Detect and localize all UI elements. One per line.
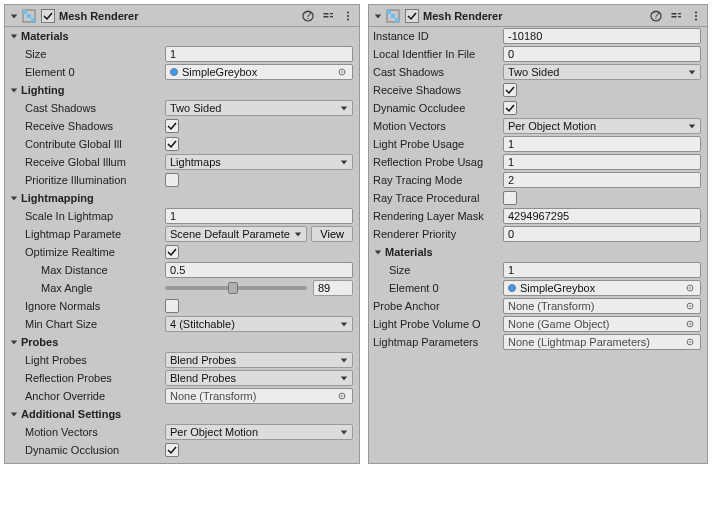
section-materials[interactable]: Materials: [5, 27, 359, 45]
section-probes[interactable]: Probes: [5, 333, 359, 351]
row-dynamic-occludee: Dynamic Occludee: [369, 99, 707, 117]
size-input[interactable]: 1: [503, 262, 701, 278]
lightmap-params-dropdown[interactable]: Scene Default Paramete: [165, 226, 307, 242]
motion-vectors-dropdown[interactable]: Per Object Motion: [165, 424, 353, 440]
menu-icon[interactable]: [689, 9, 703, 23]
row-local-id: Local Identfier In File 0: [369, 45, 707, 63]
row-size: Size 1: [5, 45, 359, 63]
object-picker-icon[interactable]: [684, 318, 696, 330]
row-probe-anchor: Probe Anchor None (Transform): [369, 297, 707, 315]
row-lightmap-params-r: Lightmap Parameters None (Lightmap Param…: [369, 333, 707, 351]
row-light-probe-volume: Light Probe Volume O None (Game Object): [369, 315, 707, 333]
size-input[interactable]: 1: [165, 46, 353, 62]
dynamic-occlusion-checkbox[interactable]: [165, 443, 179, 457]
max-distance-input[interactable]: 0.5: [165, 262, 353, 278]
row-rendering-layer-mask: Rendering Layer Mask 4294967295: [369, 207, 707, 225]
inspector-panel-right: Mesh Renderer Instance ID -10180 Local I…: [368, 4, 708, 464]
object-picker-icon[interactable]: [684, 336, 696, 348]
object-picker-icon[interactable]: [336, 66, 348, 78]
optimize-checkbox[interactable]: [165, 245, 179, 259]
enable-checkbox[interactable]: [41, 9, 55, 23]
row-scale-lightmap: Scale In Lightmap 1: [5, 207, 359, 225]
receive-shadows-checkbox[interactable]: [503, 83, 517, 97]
foldout-icon[interactable]: [373, 11, 383, 21]
row-contribute-gi: Contribute Global Ill: [5, 135, 359, 153]
scale-input[interactable]: 1: [165, 208, 353, 224]
row-element0-r: Element 0 SimpleGreybox: [369, 279, 707, 297]
menu-icon[interactable]: [341, 9, 355, 23]
row-reflection-probe-usage: Reflection Probe Usag 1: [369, 153, 707, 171]
ray-trace-procedural-checkbox[interactable]: [503, 191, 517, 205]
dynamic-occludee-checkbox[interactable]: [503, 101, 517, 115]
material-dot-icon: [170, 68, 178, 76]
light-probe-volume-field[interactable]: None (Game Object): [503, 316, 701, 332]
object-picker-icon[interactable]: [336, 390, 348, 402]
anchor-override-field[interactable]: None (Transform): [165, 388, 353, 404]
component-header: Mesh Renderer: [5, 5, 359, 27]
row-size-r: Size 1: [369, 261, 707, 279]
row-receive-shadows: Receive Shadows: [5, 117, 359, 135]
element0-field[interactable]: SimpleGreybox: [165, 64, 353, 80]
max-angle-slider[interactable]: 89: [165, 280, 353, 296]
lightmap-params-field[interactable]: None (Lightmap Parameters): [503, 334, 701, 350]
max-angle-value[interactable]: 89: [313, 280, 353, 296]
preset-icon[interactable]: [321, 9, 335, 23]
local-id-input[interactable]: 0: [503, 46, 701, 62]
chevron-down-icon: [340, 102, 348, 114]
view-button[interactable]: View: [311, 226, 353, 242]
object-picker-icon[interactable]: [684, 282, 696, 294]
row-reflection-probes: Reflection Probes Blend Probes: [5, 369, 359, 387]
section-lightmapping[interactable]: Lightmapping: [5, 189, 359, 207]
element0-field[interactable]: SimpleGreybox: [503, 280, 701, 296]
row-receive-gi: Receive Global Illum Lightmaps: [5, 153, 359, 171]
row-instance-id: Instance ID -10180: [369, 27, 707, 45]
enable-checkbox[interactable]: [405, 9, 419, 23]
foldout-icon[interactable]: [9, 11, 19, 21]
row-max-angle: Max Angle 89: [5, 279, 359, 297]
contribute-gi-checkbox[interactable]: [165, 137, 179, 151]
row-optimize: Optimize Realtime: [5, 243, 359, 261]
row-ray-tracing-mode: Ray Tracing Mode 2: [369, 171, 707, 189]
preset-icon[interactable]: [669, 9, 683, 23]
min-chart-dropdown[interactable]: 4 (Stitchable): [165, 316, 353, 332]
motion-vectors-dropdown[interactable]: Per Object Motion: [503, 118, 701, 134]
row-motion-vectors: Motion Vectors Per Object Motion: [5, 423, 359, 441]
prioritize-checkbox[interactable]: [165, 173, 179, 187]
rendering-layer-mask-input[interactable]: 4294967295: [503, 208, 701, 224]
ignore-normals-checkbox[interactable]: [165, 299, 179, 313]
mesh-renderer-icon: [21, 8, 37, 24]
row-prioritize: Prioritize Illumination: [5, 171, 359, 189]
ray-tracing-mode-input[interactable]: 2: [503, 172, 701, 188]
receive-gi-dropdown[interactable]: Lightmaps: [165, 154, 353, 170]
component-header: Mesh Renderer: [369, 5, 707, 27]
object-picker-icon[interactable]: [684, 300, 696, 312]
row-ray-trace-procedural: Ray Trace Procedural: [369, 189, 707, 207]
section-lighting[interactable]: Lighting: [5, 81, 359, 99]
row-cast-shadows-r: Cast Shadows Two Sided: [369, 63, 707, 81]
light-probes-dropdown[interactable]: Blend Probes: [165, 352, 353, 368]
row-min-chart: Min Chart Size 4 (Stitchable): [5, 315, 359, 333]
section-materials-r[interactable]: Materials: [369, 243, 707, 261]
row-ignore-normals: Ignore Normals: [5, 297, 359, 315]
section-additional[interactable]: Additional Settings: [5, 405, 359, 423]
material-dot-icon: [508, 284, 516, 292]
reflection-probes-dropdown[interactable]: Blend Probes: [165, 370, 353, 386]
row-dynamic-occlusion: Dynamic Occlusion: [5, 441, 359, 459]
probe-anchor-field[interactable]: None (Transform): [503, 298, 701, 314]
instance-id-input[interactable]: -10180: [503, 28, 701, 44]
row-light-probes: Light Probes Blend Probes: [5, 351, 359, 369]
renderer-priority-input[interactable]: 0: [503, 226, 701, 242]
inspector-panel-left: Mesh Renderer Materials Size 1 Element 0…: [4, 4, 360, 464]
reflection-probe-usage-input[interactable]: 1: [503, 154, 701, 170]
row-renderer-priority: Renderer Priority 0: [369, 225, 707, 243]
help-icon[interactable]: [301, 9, 315, 23]
receive-shadows-checkbox[interactable]: [165, 119, 179, 133]
mesh-renderer-icon: [385, 8, 401, 24]
light-probe-usage-input[interactable]: 1: [503, 136, 701, 152]
row-cast-shadows: Cast Shadows Two Sided: [5, 99, 359, 117]
component-title: Mesh Renderer: [59, 10, 301, 22]
cast-shadows-dropdown[interactable]: Two Sided: [165, 100, 353, 116]
cast-shadows-dropdown[interactable]: Two Sided: [503, 64, 701, 80]
help-icon[interactable]: [649, 9, 663, 23]
row-lightmap-params: Lightmap Paramete Scene Default Paramete…: [5, 225, 359, 243]
